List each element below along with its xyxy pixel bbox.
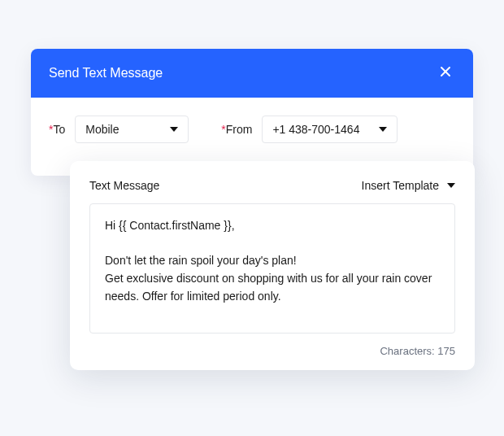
from-select[interactable]: +1 438-700-1464 — [262, 116, 398, 143]
caret-down-icon — [170, 127, 178, 132]
to-select-value: Mobile — [85, 123, 119, 136]
insert-template-button[interactable]: Insert Template — [362, 179, 455, 192]
message-section-label: Text Message — [89, 179, 159, 192]
message-card-header: Text Message Insert Template — [89, 179, 455, 192]
to-select[interactable]: Mobile — [75, 116, 189, 143]
close-button[interactable] — [436, 63, 455, 83]
from-label-wrap: *From — [221, 123, 252, 136]
dialog-title: Send Text Message — [49, 66, 163, 81]
send-text-dialog: Send Text Message *To Mobile — [31, 49, 473, 176]
text-message-card: Text Message Insert Template Hi {{ Conta… — [70, 161, 475, 370]
insert-template-label: Insert Template — [362, 179, 439, 192]
from-select-value: +1 438-700-1464 — [272, 123, 359, 136]
message-textarea[interactable]: Hi {{ Contact.firstName }}, Don't let th… — [89, 203, 455, 334]
to-label-wrap: *To — [49, 123, 65, 136]
caret-down-icon — [379, 127, 387, 132]
character-counter: Characters: 175 — [89, 345, 455, 357]
from-field-group: *From +1 438-700-1464 — [221, 116, 398, 143]
caret-down-icon — [447, 183, 455, 188]
from-label: From — [226, 123, 253, 136]
close-icon — [440, 66, 451, 81]
dialog-header: Send Text Message — [31, 49, 473, 98]
character-count-value: 175 — [437, 345, 455, 357]
character-label: Characters: — [380, 345, 434, 357]
to-label: To — [53, 123, 65, 136]
to-field-group: *To Mobile — [49, 116, 189, 143]
